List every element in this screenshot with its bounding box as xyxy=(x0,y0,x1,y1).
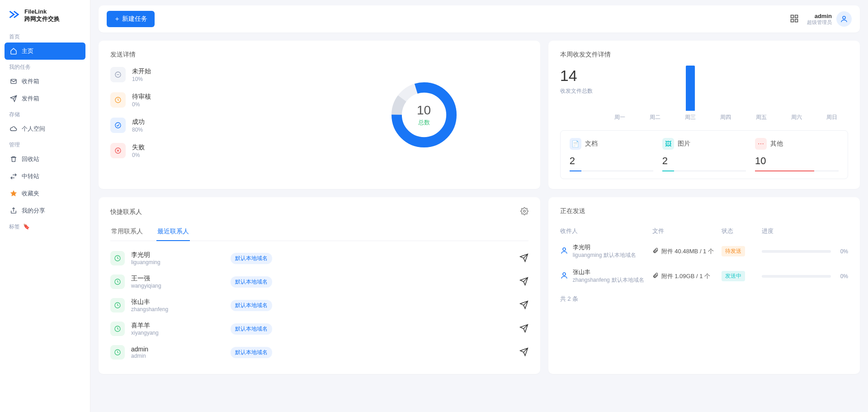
domain-tag: 默认本地域名 xyxy=(231,323,272,335)
bar-column: 周四 xyxy=(709,111,742,121)
category-name: 文档 xyxy=(585,140,598,148)
svg-point-5 xyxy=(843,16,845,19)
col-status: 状态 xyxy=(722,227,762,235)
col-rcpt: 收件人 xyxy=(560,227,652,235)
send-to-icon[interactable] xyxy=(519,253,528,264)
send-to-icon[interactable] xyxy=(519,347,528,358)
nav-item-inbox[interactable]: 收件箱 xyxy=(5,73,85,90)
file-info: 附件 1.09GB / 1 个 xyxy=(661,272,710,280)
clock-icon xyxy=(110,251,125,265)
svg-point-19 xyxy=(563,248,566,251)
send-status-row: 失败 0% xyxy=(110,143,319,158)
card-week-stats: 本周收发文件详情 14 收发文件总数 周一 周二 周三 周四 周五 xyxy=(548,41,860,189)
status-label: 成功 xyxy=(132,118,145,127)
nav-item-label: 收件箱 xyxy=(22,77,39,85)
bar-label: 周六 xyxy=(791,114,802,121)
sending-row: 张山丰 zhangshanfeng默认本地域名 附件 1.09GB / 1 个 … xyxy=(560,264,848,289)
nav-item-share[interactable]: 我的分享 xyxy=(5,202,85,219)
donut-total: 10 xyxy=(417,103,431,118)
sending-row: 李光明 liguangming默认本地域名 附件 40.48MB / 1 个 待… xyxy=(560,239,848,264)
contact-row: 李光明liguangming 默认本地域名 xyxy=(110,246,528,270)
progress-pct: 0% xyxy=(835,273,848,279)
logo-icon xyxy=(8,8,21,22)
contact-user: liguangming xyxy=(131,259,231,265)
bar-column: 周五 xyxy=(745,111,777,121)
card-send-details: 发送详情 未开始 10% 待审核 0% 成功 80% 失败 0% xyxy=(99,41,540,189)
category-name: 其他 xyxy=(770,140,783,148)
svg-rect-1 xyxy=(791,15,794,18)
status-label: 未开始 xyxy=(132,67,151,76)
nav-item-label: 发件箱 xyxy=(22,95,39,103)
user-icon xyxy=(560,271,568,281)
bar-column: 周六 xyxy=(780,111,813,121)
contact-user: xiyangyang xyxy=(131,330,231,336)
status-pct: 10% xyxy=(132,76,151,82)
send-details-title: 发送详情 xyxy=(110,51,319,59)
bar xyxy=(686,66,695,111)
topbar: ＋ 新建任务 admin 超级管理员 xyxy=(99,5,860,33)
category-value: 2 xyxy=(570,155,653,167)
status-icon xyxy=(110,92,126,108)
bar-label: 周一 xyxy=(614,114,625,121)
bar-label: 周日 xyxy=(826,114,837,121)
category-icon: 📄 xyxy=(570,138,581,150)
nav-item-home[interactable]: 主页 xyxy=(5,43,85,60)
domain-tag: 默认本地域名 xyxy=(231,300,272,311)
bar-column: 周二 xyxy=(639,111,671,121)
clock-icon xyxy=(110,322,125,336)
gear-icon[interactable] xyxy=(520,207,528,217)
nav-item-label: 中转站 xyxy=(22,172,39,180)
rcpt-user: zhangshanfeng xyxy=(573,277,610,283)
status-pct: 80% xyxy=(132,127,145,133)
bookmark-icon: 🔖 xyxy=(23,223,30,230)
send-to-icon[interactable] xyxy=(519,300,528,311)
nav-item-label: 回收站 xyxy=(22,155,39,163)
trash-icon xyxy=(10,156,17,163)
contact-row: adminadmin 默认本地域名 xyxy=(110,341,528,364)
new-task-label: 新建任务 xyxy=(122,15,147,23)
category-item: 🖼 图片 2 xyxy=(662,138,746,171)
nav-item-favorite[interactable]: 收藏夹 xyxy=(5,185,85,202)
apps-icon[interactable] xyxy=(790,14,799,24)
send-status-row: 成功 80% xyxy=(110,118,319,133)
user-role: 超级管理员 xyxy=(807,19,832,25)
bar-label: 周二 xyxy=(650,114,660,121)
tab-recent[interactable]: 最近联系人 xyxy=(156,223,190,241)
send-status-row: 待审核 0% xyxy=(110,92,319,108)
avatar xyxy=(836,11,852,27)
clock-icon xyxy=(110,275,125,289)
nav-group-home: 首页 xyxy=(5,29,85,43)
category-value: 10 xyxy=(755,155,839,167)
new-task-button[interactable]: ＋ 新建任务 xyxy=(107,11,155,27)
rcpt-user: liguangming xyxy=(573,252,602,258)
col-progress: 进度 xyxy=(762,227,848,235)
contact-user: admin xyxy=(131,353,231,359)
rcpt-domain: 默认本地域名 xyxy=(604,252,636,258)
svg-point-8 xyxy=(115,123,121,128)
send-to-icon[interactable] xyxy=(519,277,528,287)
nav-item-personal[interactable]: 个人空间 xyxy=(5,120,85,137)
svg-rect-4 xyxy=(795,19,798,22)
sending-total: 共 2 条 xyxy=(560,295,848,303)
sending-title: 正在发送 xyxy=(560,207,848,215)
svg-rect-2 xyxy=(795,15,798,18)
nav-item-outbox[interactable]: 发件箱 xyxy=(5,90,85,107)
user-menu[interactable]: admin 超级管理员 xyxy=(807,11,852,27)
status-icon xyxy=(110,143,126,158)
nav-group-storage: 存储 xyxy=(5,107,85,120)
send-status-row: 未开始 10% xyxy=(110,67,319,82)
nav-group-tasks: 我的任务 xyxy=(5,60,85,73)
category-item: 📄 文档 2 xyxy=(570,138,653,171)
contact-name: 李光明 xyxy=(131,251,231,259)
rcpt-name: 李光明 xyxy=(573,243,637,251)
nav-item-transfer[interactable]: 中转站 xyxy=(5,168,85,185)
nav-item-label: 我的分享 xyxy=(22,207,45,215)
contact-user: zhangshanfeng xyxy=(131,306,231,313)
send-to-icon[interactable] xyxy=(519,324,528,334)
tab-frequent[interactable]: 常用联系人 xyxy=(110,223,144,241)
nav-item-recycle[interactable]: 回收站 xyxy=(5,151,85,168)
domain-tag: 默认本地域名 xyxy=(231,276,272,288)
category-name: 图片 xyxy=(678,140,690,148)
clock-icon xyxy=(110,345,125,360)
logo[interactable]: FileLink 跨网文件交换 xyxy=(5,5,85,29)
